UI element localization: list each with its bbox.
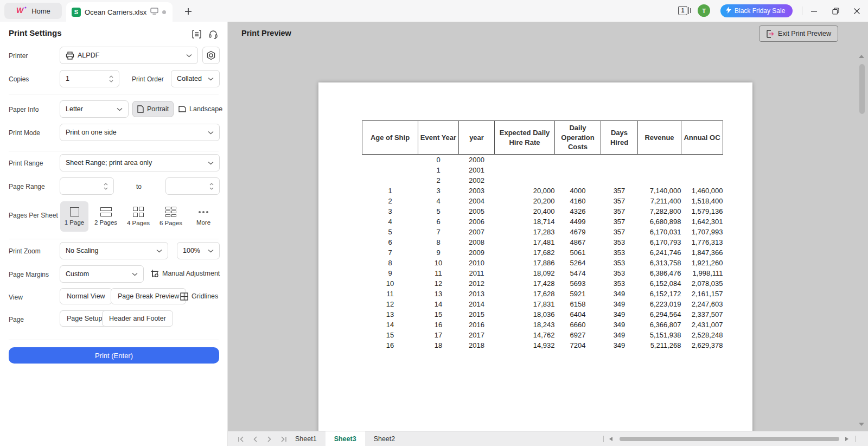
- print-mode-select[interactable]: Print on one side: [60, 124, 220, 141]
- table-cell: 16: [418, 320, 459, 330]
- avatar[interactable]: T: [698, 4, 710, 17]
- print-button[interactable]: Print (Enter): [9, 347, 219, 364]
- table-cell: 2009: [459, 247, 495, 258]
- table-cell: 353: [601, 278, 638, 289]
- window-count-badge[interactable]: 1: [678, 6, 687, 15]
- two-pages-icon: [100, 207, 112, 216]
- print-queue-icon[interactable]: [190, 29, 202, 40]
- sheet-tab-sheet3[interactable]: Sheet3: [326, 431, 365, 446]
- printer-settings-button[interactable]: [202, 47, 220, 64]
- scroll-left-arrow[interactable]: [609, 437, 612, 441]
- table-cell: 18,036: [495, 309, 555, 320]
- copies-input[interactable]: 1: [60, 70, 119, 87]
- copies-stepper[interactable]: [109, 75, 113, 82]
- vertical-scrollbar-thumb[interactable]: [859, 64, 865, 114]
- table-cell: 6,366,807: [638, 320, 681, 330]
- divider: [9, 239, 219, 239]
- table-cell: 6: [362, 237, 418, 247]
- first-sheet-button[interactable]: [235, 434, 246, 444]
- table-cell: 1,579,136: [681, 206, 723, 216]
- table-cell: 18: [418, 340, 459, 351]
- header-footer-button[interactable]: Header and Footer: [102, 310, 173, 327]
- table-cell: 2,431,007: [681, 320, 723, 330]
- table-cell: 2018: [459, 340, 495, 351]
- print-range-select[interactable]: Sheet Range; print area only: [60, 154, 220, 171]
- chevron-down-icon: [208, 159, 214, 167]
- page-range-from-stepper[interactable]: [104, 183, 108, 190]
- table-cell: 15: [362, 330, 418, 340]
- page-range-to-input[interactable]: [165, 177, 220, 195]
- table-cell: 6,386,476: [638, 268, 681, 278]
- page-range-to-stepper[interactable]: [209, 183, 214, 190]
- table-cell: 357: [601, 196, 638, 206]
- table-cell: 1,707,993: [681, 227, 723, 237]
- landscape-button[interactable]: Landscape: [174, 101, 227, 117]
- paper-size-select[interactable]: Letter: [60, 100, 129, 118]
- scroll-up-arrow[interactable]: [859, 55, 864, 58]
- horizontal-scrollbar-thumb[interactable]: [620, 437, 839, 441]
- sheet-tab-sheet2[interactable]: Sheet2: [365, 431, 404, 446]
- table-cell: 2,161,157: [681, 289, 723, 299]
- promo-button[interactable]: Black Friday Sale: [720, 4, 793, 17]
- support-headset-icon[interactable]: [207, 29, 219, 40]
- tab-document[interactable]: S Ocean Carriers.xlsx: [66, 2, 173, 22]
- page-break-preview-button[interactable]: Page Break Preview: [111, 288, 186, 304]
- table-cell: 15: [418, 309, 459, 320]
- zoom-percent-select[interactable]: 100%: [177, 242, 220, 259]
- pages-per-sheet-2[interactable]: 2 Pages: [92, 201, 120, 232]
- table-cell: 1: [362, 186, 418, 196]
- table-cell: 4: [418, 196, 459, 206]
- table-cell: 18,092: [495, 268, 555, 278]
- table-cell: 12: [418, 278, 459, 289]
- table-cell: 2013: [459, 289, 495, 299]
- prev-sheet-button[interactable]: [250, 434, 260, 444]
- table-cell: [495, 175, 555, 186]
- table-row: 1618201814,93272043495,211,2682,629,378: [362, 340, 723, 351]
- gridlines-toggle[interactable]: Gridlines: [180, 288, 218, 304]
- printer-select[interactable]: ALPDF: [60, 47, 198, 64]
- minimize-button[interactable]: [807, 4, 821, 17]
- page-margins-select[interactable]: Custom: [60, 265, 144, 283]
- promo-label: Black Friday Sale: [735, 7, 785, 15]
- exit-print-preview-button[interactable]: Exit Print Preview: [759, 26, 838, 42]
- restore-button[interactable]: [828, 4, 843, 17]
- portrait-button[interactable]: Portrait: [132, 101, 174, 117]
- table-cell: 6: [418, 216, 459, 227]
- table-cell: 1,921,260: [681, 258, 723, 268]
- normal-view-button[interactable]: Normal View: [60, 288, 112, 304]
- document-status-dot: [162, 10, 166, 14]
- preview-page: Age of ShipEvent YearyearExpected Daily …: [318, 82, 752, 431]
- manual-adjustment-button[interactable]: Manual Adjustment: [150, 265, 220, 282]
- table-cell: 353: [601, 247, 638, 258]
- new-tab-button[interactable]: [182, 5, 194, 17]
- table-cell: 6,294,564: [638, 309, 681, 320]
- scroll-down-arrow[interactable]: [859, 423, 864, 426]
- table-cell: 14,932: [495, 340, 555, 351]
- table-cell: 2005: [459, 206, 495, 216]
- portrait-icon: [137, 105, 144, 113]
- pages-per-sheet-more[interactable]: More: [189, 201, 218, 232]
- table-cell: 349: [601, 330, 638, 340]
- table-cell: 2,629,378: [681, 340, 723, 351]
- next-sheet-button[interactable]: [264, 434, 275, 444]
- scroll-right-arrow[interactable]: [845, 437, 848, 441]
- table-cell: 2,337,507: [681, 309, 723, 320]
- print-order-select[interactable]: Collated: [171, 70, 220, 87]
- table-cell: 17,831: [495, 299, 555, 309]
- page-range-from-input[interactable]: [60, 177, 114, 195]
- table-cell: [495, 155, 555, 165]
- print-zoom-select[interactable]: No Scaling: [60, 242, 168, 259]
- pages-per-sheet-6[interactable]: 6 Pages: [157, 201, 185, 232]
- table-cell: 357: [601, 227, 638, 237]
- close-button[interactable]: [850, 4, 864, 17]
- tab-home[interactable]: W Home: [4, 3, 62, 19]
- table-cell: [601, 165, 638, 175]
- sheet-tab-sheet1[interactable]: Sheet1: [286, 431, 326, 446]
- table-row: 46200618,71444993576,680,8981,642,301: [362, 216, 723, 227]
- pages-per-sheet-1[interactable]: 1 Page: [60, 201, 88, 232]
- print-mode-label: Print Mode: [9, 129, 40, 137]
- pages-per-sheet-4[interactable]: 4 Pages: [124, 201, 152, 232]
- print-order-label: Print Order: [132, 75, 164, 83]
- table-row: 24200420,20041603577,211,4001,518,400: [362, 196, 723, 206]
- table-cell: 8: [418, 237, 459, 247]
